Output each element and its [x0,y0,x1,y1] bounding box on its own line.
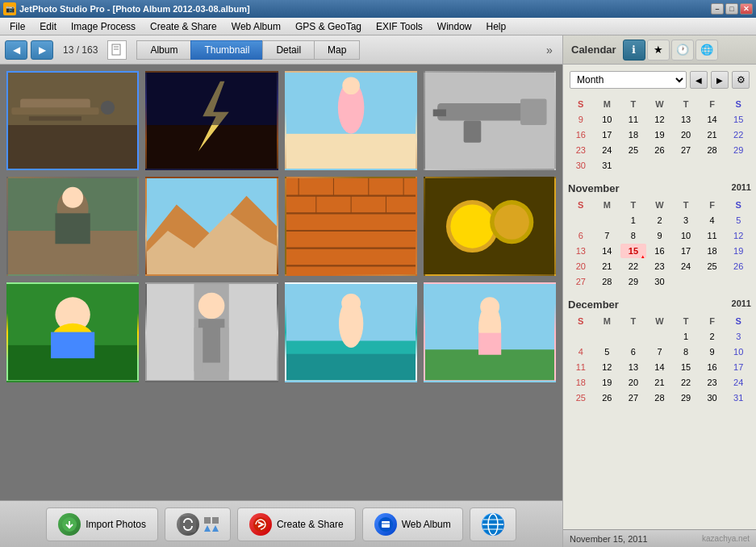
expand-button[interactable]: » [541,42,558,58]
cal-cell[interactable]: 21 [595,259,620,274]
cal-cell[interactable]: 18 [620,127,646,142]
cal-cell[interactable]: 24 [725,375,751,390]
calendar-settings-button[interactable]: ⚙ [732,71,750,89]
cal-cell[interactable]: 16 [700,360,725,374]
cal-cell[interactable]: 9 [700,344,725,359]
cal-cell[interactable]: 25 [700,259,725,274]
cal-cell[interactable]: 17 [725,360,751,374]
cal-cell[interactable]: 12 [595,360,620,374]
create-share-button[interactable]: Create & Share [237,507,356,541]
cal-cell[interactable]: 4 [700,213,725,228]
cal-cell[interactable]: 28 [700,143,725,157]
cal-cell[interactable]: 16 [568,127,594,142]
minimize-button[interactable]: – [711,3,724,15]
prev-button[interactable]: ◀ [5,40,27,60]
cal-cell[interactable]: 27 [673,143,699,157]
photo-item[interactable] [6,177,139,276]
menu-image-process[interactable]: Image Process [65,19,142,34]
cal-cell[interactable]: 27 [620,390,646,405]
cal-cell[interactable]: 3 [673,213,699,228]
sync-button[interactable] [165,507,231,541]
photo-item[interactable] [285,177,417,276]
cal-cell[interactable]: 19 [725,244,751,258]
photo-grid-container[interactable] [0,65,562,500]
menu-file[interactable]: File [3,19,31,34]
cal-cell[interactable]: 11 [568,360,594,374]
tab-thumbnail[interactable]: Thumbnail [190,40,262,60]
cal-cell[interactable]: 23 [647,259,673,274]
photo-item[interactable] [424,71,556,170]
photo-item[interactable] [424,282,556,382]
cal-cell[interactable]: 18 [568,375,594,390]
cal-cell[interactable]: 1 [673,329,699,344]
cal-cell[interactable]: 25 [568,390,594,405]
menu-create-share[interactable]: Create & Share [144,19,223,34]
maximize-button[interactable]: □ [725,3,738,15]
tab-detail[interactable]: Detail [262,40,314,60]
cal-cell[interactable]: 18 [700,244,725,258]
cal-cell[interactable]: 26 [647,143,673,157]
tab-album[interactable]: Album [136,40,190,60]
cal-cell[interactable]: 14 [595,244,620,258]
next-month-button[interactable]: ▶ [711,71,729,89]
close-button[interactable]: ✕ [740,3,753,15]
cal-cell[interactable]: 23 [700,375,725,390]
menu-exif-tools[interactable]: EXIF Tools [370,19,429,34]
cal-cell[interactable]: 30 [647,274,673,289]
cal-cell[interactable]: 28 [595,274,620,289]
cal-cell[interactable]: 21 [700,127,725,142]
cal-cell[interactable]: 16 [647,244,673,258]
menu-window[interactable]: Window [431,19,478,34]
cal-cell[interactable]: 28 [647,390,673,405]
cal-cell[interactable]: 13 [673,112,699,127]
photo-item[interactable] [145,177,278,276]
cal-cell[interactable]: 24 [595,143,620,157]
cal-cell[interactable]: 7 [595,228,620,243]
cal-cell[interactable]: 30 [700,390,725,405]
cal-cell[interactable]: 5 [725,213,751,228]
cal-cell[interactable]: 12 [647,112,673,127]
cal-cell[interactable]: 2 [647,213,673,228]
cal-cell[interactable]: 12 [725,228,751,243]
prev-month-button[interactable]: ◀ [690,71,708,89]
cal-cell[interactable]: 20 [620,375,646,390]
cal-cell[interactable]: 31 [595,158,620,173]
globe-button[interactable] [470,507,516,541]
cal-cell[interactable]: 4 [568,344,594,359]
tab-map[interactable]: Map [314,40,360,60]
cal-cell[interactable]: 1 [620,213,646,228]
cal-cell[interactable]: 27 [568,274,594,289]
web-album-button[interactable]: Web Album [362,507,463,541]
cal-cell[interactable]: 17 [673,244,699,258]
cal-cell[interactable]: 29 [673,390,699,405]
cal-cell[interactable]: 5 [595,344,620,359]
cal-tab-star[interactable]: ★ [647,40,670,61]
cal-cell[interactable]: 26 [595,390,620,405]
cal-cell[interactable]: 26 [725,259,751,274]
cal-cell[interactable]: 13 [568,244,594,258]
cal-cell[interactable]: 17 [595,127,620,142]
cal-cell[interactable]: 8 [620,228,646,243]
cal-tab-info[interactable]: ℹ [623,40,645,61]
cal-cell[interactable]: 22 [673,375,699,390]
menu-edit[interactable]: Edit [33,19,63,34]
cal-cell[interactable]: 22 [725,127,751,142]
cal-tab-clock[interactable]: 🕐 [671,40,694,61]
cal-cell[interactable]: 29 [620,274,646,289]
calendar-body[interactable]: Month Week Day ◀ ▶ ⚙ S M T W T F S 9 [563,65,756,529]
cal-cell[interactable]: 8 [673,344,699,359]
cal-cell-today[interactable]: 15 [620,244,646,258]
cal-cell[interactable]: 20 [568,259,594,274]
menu-help[interactable]: Help [480,19,513,34]
photo-item[interactable] [6,282,139,382]
cal-cell[interactable]: 10 [673,228,699,243]
photo-item[interactable] [145,282,278,382]
photo-item[interactable] [424,177,556,276]
cal-cell[interactable]: 19 [595,375,620,390]
next-button[interactable]: ▶ [31,40,53,60]
photo-item[interactable] [145,71,278,170]
cal-cell[interactable]: 11 [620,112,646,127]
cal-cell[interactable]: 14 [647,360,673,374]
cal-cell[interactable]: 9 [647,228,673,243]
cal-cell[interactable]: 25 [620,143,646,157]
